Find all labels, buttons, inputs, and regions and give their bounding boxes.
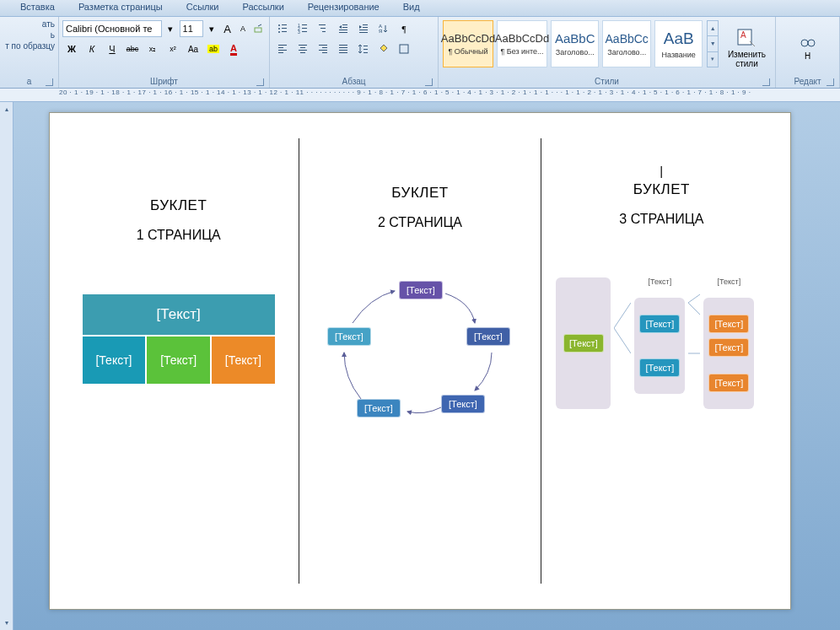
copy-button[interactable]: ь xyxy=(3,30,55,40)
format-painter-button[interactable]: т по образцу xyxy=(3,41,55,51)
align-center-button[interactable] xyxy=(293,40,312,58)
cycle-node-3[interactable]: [Текст] xyxy=(441,395,485,413)
highlight-button[interactable]: ab xyxy=(204,40,223,58)
svg-rect-17 xyxy=(342,27,347,28)
svg-rect-16 xyxy=(342,24,347,25)
line-spacing-button[interactable] xyxy=(354,40,373,58)
italic-button[interactable]: К xyxy=(83,40,101,58)
multilevel-button[interactable] xyxy=(314,19,332,38)
svg-rect-14 xyxy=(320,28,326,29)
group-paragraph: 123 AЯ ¶ Абзац xyxy=(270,17,439,88)
svg-rect-20 xyxy=(363,24,368,25)
ribbon: ать ь т по образцу а ▾ ▾ A A Ж К Ч abc x… xyxy=(0,17,840,89)
shading-button[interactable] xyxy=(374,40,393,58)
sa1-header[interactable]: [Текст] xyxy=(82,293,276,336)
tab-mailings[interactable]: Рассылки xyxy=(230,0,295,16)
show-marks-button[interactable]: ¶ xyxy=(395,19,413,38)
style-no-spacing[interactable]: AaBbCcDd ¶ Без инте... xyxy=(497,20,547,67)
group-styles: AaBbCcDd ¶ Обычный AaBbCcDd ¶ Без инте..… xyxy=(439,17,776,88)
sa1-cell3[interactable]: [Текст] xyxy=(211,336,276,385)
tab-references[interactable]: Ссылки xyxy=(175,0,231,16)
style-heading1[interactable]: AaBbC Заголово... xyxy=(551,20,599,67)
font-family-input[interactable] xyxy=(62,20,162,37)
smartart-cycle[interactable]: [Текст] [Текст] [Текст] [Текст] [Текст] xyxy=(308,281,531,433)
tab-review[interactable]: Рецензирование xyxy=(296,0,391,16)
svg-point-49 xyxy=(808,40,815,46)
hier-r2[interactable]: [Текст] xyxy=(708,338,749,357)
numbering-button[interactable]: 123 xyxy=(293,19,312,38)
style-gallery-scroll[interactable]: ▲ ▼ ▾ xyxy=(707,20,718,67)
tab-view[interactable]: Вид xyxy=(391,0,432,16)
tab-page-layout[interactable]: Разметка страницы xyxy=(67,0,175,16)
svg-rect-38 xyxy=(339,45,347,46)
group-editing: Н Редакт xyxy=(776,17,840,88)
hier-root[interactable]: [Текст] xyxy=(563,334,604,353)
bullets-button[interactable] xyxy=(273,19,292,38)
hier-col2-label: [Текст] xyxy=(648,277,671,286)
svg-rect-12 xyxy=(302,31,307,32)
strike-button[interactable]: abc xyxy=(123,40,142,58)
clear-format-button[interactable] xyxy=(251,19,266,38)
style-expand-icon[interactable]: ▾ xyxy=(708,52,717,67)
group-label-clipboard: а xyxy=(3,76,55,88)
document-workspace[interactable]: ▴ ▾ БУКЛЕТ 1 СТРАНИЦА [Текст] [Текст] [Т… xyxy=(0,102,840,630)
style-scroll-up-icon[interactable]: ▲ xyxy=(708,21,717,36)
svg-rect-21 xyxy=(363,27,368,28)
group-font: ▾ ▾ A A Ж К Ч abc x₂ x² Aa ab A Шрифт xyxy=(59,17,270,88)
hier-l2[interactable]: [Текст] xyxy=(639,358,680,377)
style-title[interactable]: AaB Название xyxy=(654,20,703,67)
change-case-button[interactable]: Aa xyxy=(184,40,202,58)
binoculars-icon xyxy=(800,35,816,51)
svg-rect-40 xyxy=(339,50,347,51)
style-heading2[interactable]: AaBbCc Заголово... xyxy=(602,20,650,67)
sa1-cell1[interactable]: [Текст] xyxy=(82,336,147,385)
subscript-button[interactable]: x₂ xyxy=(143,40,162,58)
style-normal[interactable]: AaBbCcDd ¶ Обычный xyxy=(443,20,493,67)
font-size-input[interactable] xyxy=(180,20,203,37)
style-scroll-down-icon[interactable]: ▼ xyxy=(708,36,717,51)
svg-text:3: 3 xyxy=(298,30,300,35)
smartart-table[interactable]: [Текст] [Текст] [Текст] [Текст] xyxy=(67,293,290,385)
border-button[interactable] xyxy=(395,40,413,58)
increase-indent-button[interactable] xyxy=(354,19,373,38)
font-size-dropdown-icon[interactable]: ▾ xyxy=(205,19,219,38)
cycle-node-1[interactable]: [Текст] xyxy=(399,281,443,299)
ruler-top-arrow-icon[interactable]: ▴ xyxy=(5,105,8,113)
panel1-subtitle: 1 СТРАНИЦА xyxy=(137,228,221,243)
superscript-button[interactable]: x² xyxy=(164,40,182,58)
tab-insert[interactable]: Вставка xyxy=(8,0,67,16)
cycle-node-5[interactable]: [Текст] xyxy=(327,327,371,346)
ruler-bottom-arrow-icon[interactable]: ▾ xyxy=(5,619,8,627)
font-color-button[interactable]: A xyxy=(224,40,243,58)
underline-button[interactable]: Ч xyxy=(103,40,121,58)
document-page[interactable]: БУКЛЕТ 1 СТРАНИЦА [Текст] [Текст] [Текст… xyxy=(49,112,791,610)
cut-button[interactable]: ать xyxy=(3,19,55,29)
svg-point-48 xyxy=(801,40,808,46)
svg-rect-29 xyxy=(278,52,283,53)
svg-rect-36 xyxy=(319,50,327,51)
shrink-font-button[interactable]: A xyxy=(236,19,250,38)
cycle-node-2[interactable]: [Текст] xyxy=(466,327,510,346)
svg-rect-22 xyxy=(359,30,368,30)
svg-rect-26 xyxy=(278,45,287,46)
vertical-ruler[interactable]: ▴ ▾ xyxy=(0,102,13,630)
sort-button[interactable]: AЯ xyxy=(374,19,393,38)
cycle-node-4[interactable]: [Текст] xyxy=(357,399,401,417)
bold-button[interactable]: Ж xyxy=(62,40,81,58)
hier-l1[interactable]: [Текст] xyxy=(639,315,680,333)
align-left-button[interactable] xyxy=(273,40,292,58)
smartart-hierarchy[interactable]: [Текст] [Текст] [Текст] [Текст] [Текст] xyxy=(550,277,773,409)
hier-r3[interactable]: [Текст] xyxy=(708,374,749,392)
find-button[interactable]: Н xyxy=(779,19,836,75)
sa1-cell2[interactable]: [Текст] xyxy=(146,336,211,385)
change-styles-button[interactable]: A Изменить стили xyxy=(722,19,772,75)
svg-rect-18 xyxy=(339,30,347,30)
horizontal-ruler[interactable]: 20 · 1 · 19 · 1 · 18 · 1 · 17 · 1 · 16 ·… xyxy=(0,89,840,102)
decrease-indent-button[interactable] xyxy=(334,19,353,38)
hier-r1[interactable]: [Текст] xyxy=(708,315,749,333)
svg-rect-41 xyxy=(339,52,347,53)
font-family-dropdown-icon[interactable]: ▾ xyxy=(164,19,178,38)
grow-font-button[interactable]: A xyxy=(220,19,234,38)
align-right-button[interactable] xyxy=(314,40,332,58)
justify-button[interactable] xyxy=(334,40,353,58)
